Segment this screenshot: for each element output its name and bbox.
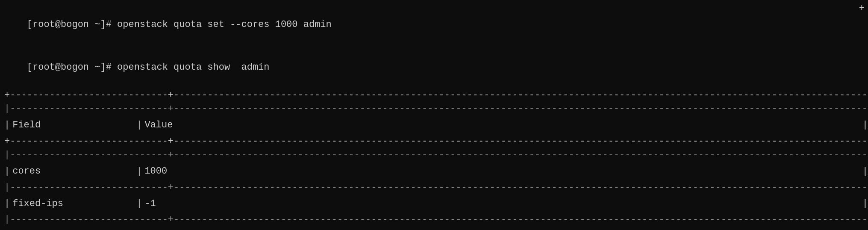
pipe-header-1: | xyxy=(4,118,10,132)
field-cell: fixed-ips xyxy=(12,197,136,211)
row-end-pipe: | xyxy=(862,165,868,178)
table-top-border: +----------------------------+----------… xyxy=(4,88,868,102)
table-dashed-border-2: |----------------------------+----------… xyxy=(4,148,868,162)
prompt-1: [root@bogon ~]# openstack quota set --co… xyxy=(27,19,332,30)
row-end-pipe: | xyxy=(862,197,868,211)
pipe: | xyxy=(4,165,10,178)
pipe: | xyxy=(4,197,10,211)
prompt-2: [root@bogon ~]# openstack quota show adm… xyxy=(27,62,270,73)
row-separator: |----------------------------+----------… xyxy=(4,181,868,195)
table-dashed-border-1: |----------------------------+----------… xyxy=(4,102,868,116)
table-header-row: | Field | Value | xyxy=(4,116,868,135)
pipe: | xyxy=(136,197,142,211)
table-row: |floating-ips|50| xyxy=(4,227,868,230)
command-line-1: [root@bogon ~]# openstack quota set --co… xyxy=(4,3,868,46)
pipe: | xyxy=(136,165,142,178)
command-line-2: [root@bogon ~]# openstack quota show adm… xyxy=(4,46,868,89)
pipe-header-end: | xyxy=(862,118,868,132)
table-row: |fixed-ips|-1| xyxy=(4,195,868,213)
table-data-rows: |cores|1000||---------------------------… xyxy=(4,162,868,230)
header-value: Value xyxy=(144,118,173,132)
field-cell: cores xyxy=(12,165,136,178)
table-row: |cores|1000| xyxy=(4,162,868,181)
row-separator: |----------------------------+----------… xyxy=(4,213,868,227)
value-cell: 1000 xyxy=(144,165,167,178)
table-middle-border: +----------------------------+----------… xyxy=(4,135,868,148)
value-cell: -1 xyxy=(144,197,156,211)
terminal-window: [root@bogon ~]# openstack quota set --co… xyxy=(4,3,868,230)
top-right-plus: + xyxy=(859,2,865,15)
header-field: Field xyxy=(12,118,136,132)
pipe-header-2: | xyxy=(136,118,142,132)
